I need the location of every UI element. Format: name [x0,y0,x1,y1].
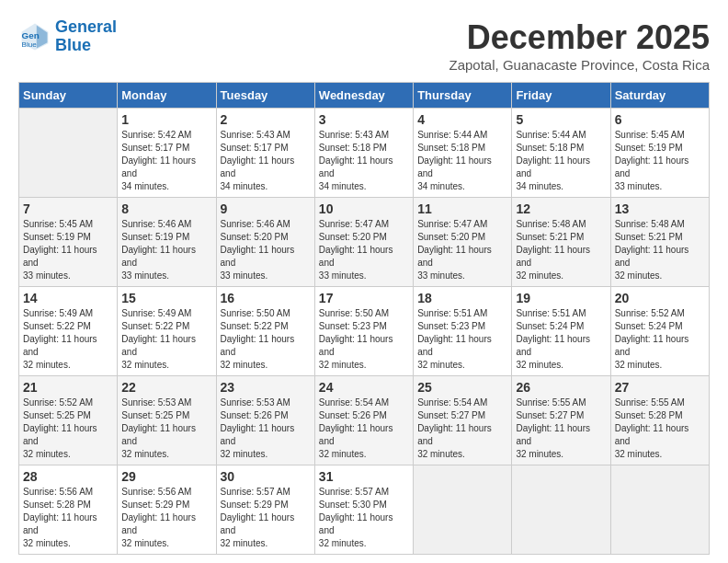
day-number: 7 [23,201,113,216]
day-info: Sunrise: 5:49 AMSunset: 5:22 PMDaylight:… [23,307,113,372]
day-info: Sunrise: 5:43 AMSunset: 5:17 PMDaylight:… [221,129,311,193]
calendar-cell: 17Sunrise: 5:50 AMSunset: 5:23 PMDayligh… [314,287,413,376]
calendar-cell: 28Sunrise: 5:56 AMSunset: 5:28 PMDayligh… [19,465,118,555]
calendar-cell: 7Sunrise: 5:45 AMSunset: 5:19 PMDaylight… [19,198,118,287]
day-info: Sunrise: 5:43 AMSunset: 5:18 PMDaylight:… [319,129,409,193]
day-info: Sunrise: 5:57 AMSunset: 5:30 PMDaylight:… [319,486,409,550]
calendar-header-row: SundayMondayTuesdayWednesdayThursdayFrid… [19,83,710,109]
calendar-cell: 4Sunrise: 5:44 AMSunset: 5:18 PMDaylight… [414,109,512,198]
day-number: 11 [417,201,507,216]
calendar-week-2: 7Sunrise: 5:45 AMSunset: 5:19 PMDaylight… [19,198,710,287]
day-info: Sunrise: 5:48 AMSunset: 5:21 PMDaylight:… [516,218,606,282]
calendar-cell: 13Sunrise: 5:48 AMSunset: 5:21 PMDayligh… [610,198,709,287]
day-number: 8 [121,201,211,216]
day-number: 30 [221,469,311,484]
day-info: Sunrise: 5:45 AMSunset: 5:19 PMDaylight:… [23,218,113,282]
calendar-cell: 5Sunrise: 5:44 AMSunset: 5:18 PMDaylight… [512,109,610,198]
header-wednesday: Wednesday [314,83,413,109]
day-number: 28 [23,469,113,484]
header-friday: Friday [512,83,610,109]
calendar-cell: 27Sunrise: 5:55 AMSunset: 5:28 PMDayligh… [610,376,709,465]
day-info: Sunrise: 5:51 AMSunset: 5:23 PMDaylight:… [417,307,507,372]
day-number: 5 [516,112,606,127]
calendar-cell [610,465,709,555]
day-number: 2 [221,112,311,127]
calendar-cell: 6Sunrise: 5:45 AMSunset: 5:19 PMDaylight… [610,109,709,198]
svg-text:Gen: Gen [22,30,40,40]
logo-text: GeneralBlue [55,18,117,55]
calendar-table: SundayMondayTuesdayWednesdayThursdayFrid… [18,82,710,555]
header-saturday: Saturday [610,83,709,109]
month-title: December 2025 [449,18,710,57]
day-number: 16 [221,291,311,305]
header-sunday: Sunday [19,83,118,109]
calendar-cell: 18Sunrise: 5:51 AMSunset: 5:23 PMDayligh… [414,287,512,376]
day-info: Sunrise: 5:51 AMSunset: 5:24 PMDaylight:… [516,307,606,372]
day-number: 21 [23,380,113,395]
header-monday: Monday [118,83,216,109]
day-number: 6 [615,112,705,127]
svg-text:Blue: Blue [22,40,38,49]
day-info: Sunrise: 5:54 AMSunset: 5:26 PMDaylight:… [319,396,409,461]
day-info: Sunrise: 5:47 AMSunset: 5:20 PMDaylight:… [417,218,507,282]
calendar-cell: 12Sunrise: 5:48 AMSunset: 5:21 PMDayligh… [512,198,610,287]
calendar-cell: 31Sunrise: 5:57 AMSunset: 5:30 PMDayligh… [314,465,413,555]
calendar-cell: 19Sunrise: 5:51 AMSunset: 5:24 PMDayligh… [512,287,610,376]
day-info: Sunrise: 5:50 AMSunset: 5:23 PMDaylight:… [319,307,409,372]
day-info: Sunrise: 5:56 AMSunset: 5:28 PMDaylight:… [23,486,113,550]
day-number: 17 [319,291,409,305]
day-number: 20 [615,291,705,305]
day-info: Sunrise: 5:44 AMSunset: 5:18 PMDaylight:… [516,129,606,193]
day-info: Sunrise: 5:57 AMSunset: 5:29 PMDaylight:… [221,486,311,550]
calendar-cell: 23Sunrise: 5:53 AMSunset: 5:26 PMDayligh… [216,376,314,465]
day-number: 3 [319,112,409,127]
day-info: Sunrise: 5:53 AMSunset: 5:25 PMDaylight:… [121,396,211,461]
day-number: 29 [121,469,211,484]
day-number: 1 [121,112,211,127]
calendar-cell: 16Sunrise: 5:50 AMSunset: 5:22 PMDayligh… [216,287,314,376]
calendar-cell: 11Sunrise: 5:47 AMSunset: 5:20 PMDayligh… [414,198,512,287]
logo-icon: Gen Blue [18,20,51,53]
calendar-cell: 20Sunrise: 5:52 AMSunset: 5:24 PMDayligh… [610,287,709,376]
day-number: 15 [121,291,211,305]
day-number: 25 [417,380,507,395]
calendar-cell: 10Sunrise: 5:47 AMSunset: 5:20 PMDayligh… [314,198,413,287]
day-number: 19 [516,291,606,305]
calendar-cell: 26Sunrise: 5:55 AMSunset: 5:27 PMDayligh… [512,376,610,465]
day-info: Sunrise: 5:52 AMSunset: 5:25 PMDaylight:… [23,396,113,461]
day-number: 26 [516,380,606,395]
day-number: 12 [516,201,606,216]
day-info: Sunrise: 5:52 AMSunset: 5:24 PMDaylight:… [615,307,705,372]
calendar-cell: 9Sunrise: 5:46 AMSunset: 5:20 PMDaylight… [216,198,314,287]
title-area: December 2025 Zapotal, Guanacaste Provin… [449,18,710,73]
day-info: Sunrise: 5:48 AMSunset: 5:21 PMDaylight:… [615,218,705,282]
header-tuesday: Tuesday [216,83,314,109]
calendar-cell: 1Sunrise: 5:42 AMSunset: 5:17 PMDaylight… [118,109,216,198]
page-header: Gen Blue GeneralBlue December 2025 Zapot… [18,18,710,73]
calendar-cell: 29Sunrise: 5:56 AMSunset: 5:29 PMDayligh… [118,465,216,555]
calendar-cell [19,109,118,198]
day-info: Sunrise: 5:49 AMSunset: 5:22 PMDaylight:… [121,307,211,372]
day-info: Sunrise: 5:55 AMSunset: 5:27 PMDaylight:… [516,396,606,461]
day-info: Sunrise: 5:47 AMSunset: 5:20 PMDaylight:… [319,218,409,282]
day-info: Sunrise: 5:56 AMSunset: 5:29 PMDaylight:… [121,486,211,550]
day-number: 4 [417,112,507,127]
calendar-cell [414,465,512,555]
day-info: Sunrise: 5:53 AMSunset: 5:26 PMDaylight:… [221,396,311,461]
calendar-cell: 30Sunrise: 5:57 AMSunset: 5:29 PMDayligh… [216,465,314,555]
calendar-cell: 3Sunrise: 5:43 AMSunset: 5:18 PMDaylight… [314,109,413,198]
day-number: 23 [221,380,311,395]
day-number: 9 [221,201,311,216]
day-number: 13 [615,201,705,216]
day-info: Sunrise: 5:46 AMSunset: 5:19 PMDaylight:… [121,218,211,282]
logo: Gen Blue GeneralBlue [18,18,117,55]
calendar-cell: 14Sunrise: 5:49 AMSunset: 5:22 PMDayligh… [19,287,118,376]
calendar-cell: 8Sunrise: 5:46 AMSunset: 5:19 PMDaylight… [118,198,216,287]
day-info: Sunrise: 5:50 AMSunset: 5:22 PMDaylight:… [221,307,311,372]
day-info: Sunrise: 5:42 AMSunset: 5:17 PMDaylight:… [121,129,211,193]
calendar-week-5: 28Sunrise: 5:56 AMSunset: 5:28 PMDayligh… [19,465,710,555]
day-info: Sunrise: 5:44 AMSunset: 5:18 PMDaylight:… [417,129,507,193]
day-number: 18 [417,291,507,305]
day-number: 14 [23,291,113,305]
location-subtitle: Zapotal, Guanacaste Province, Costa Rica [449,57,710,73]
